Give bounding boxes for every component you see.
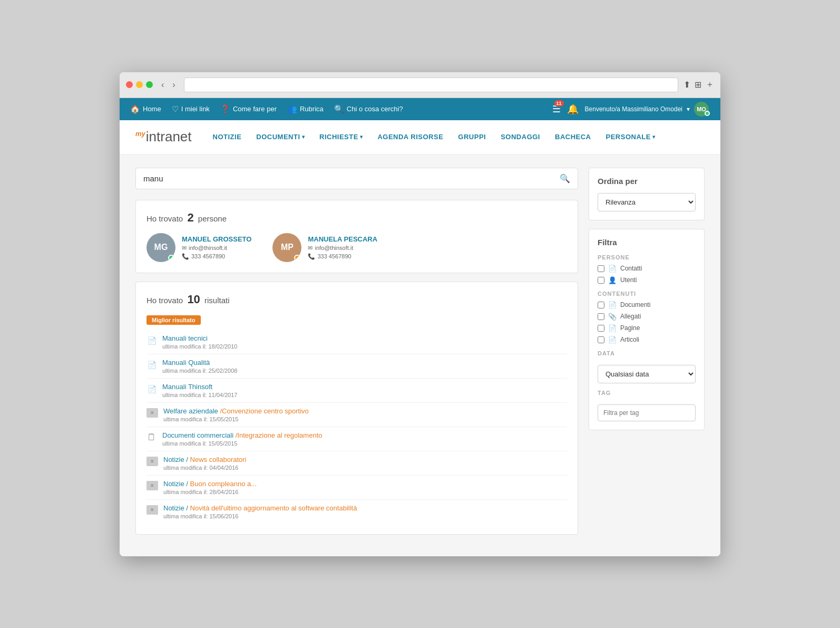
maximize-button[interactable] bbox=[146, 81, 153, 88]
result-date: ultima modifica il: 15/06/2016 bbox=[163, 513, 357, 519]
filter-pagine: 📄 Pagine bbox=[598, 324, 696, 332]
doc-results-header: Ho trovato 10 risultati bbox=[146, 293, 567, 306]
pagine-label: Pagine bbox=[620, 324, 640, 332]
filter-allegati: 📎 Allegati bbox=[598, 313, 696, 321]
nav-rubrica[interactable]: 👥 Rubrica bbox=[287, 104, 324, 114]
doc-count: 10 bbox=[187, 293, 200, 306]
phone-icon: 📞 bbox=[308, 253, 315, 260]
nav-come-fare[interactable]: ❓ Come fare per bbox=[220, 104, 277, 114]
nav-gruppi[interactable]: GRUPPI bbox=[458, 133, 486, 141]
people-results-header: Ho trovato 2 persone bbox=[146, 211, 567, 225]
result-title[interactable]: Notizie / News collaboratori bbox=[163, 456, 247, 463]
filter-utenti: 👤 Utenti bbox=[598, 276, 696, 284]
nav-search-who[interactable]: 🔍 Chi o cosa cerchi? bbox=[334, 104, 403, 114]
nav-agenda[interactable]: AGENDA RISORSE bbox=[377, 133, 443, 141]
notifications-count: 11 bbox=[554, 100, 564, 107]
utenti-icon: 👤 bbox=[608, 276, 617, 284]
notifications-badge[interactable]: ☰ 11 bbox=[552, 103, 561, 115]
nav-bacheca[interactable]: BACHECA bbox=[555, 133, 591, 141]
minimize-button[interactable] bbox=[136, 81, 143, 88]
doc-label: risultati bbox=[204, 296, 230, 305]
chevron-down-icon: ▾ bbox=[652, 134, 656, 140]
nav-miei-link[interactable]: ♡ I miei link bbox=[172, 104, 210, 114]
traffic-lights bbox=[126, 81, 153, 88]
back-button[interactable]: ‹ bbox=[158, 79, 167, 91]
online-status bbox=[705, 111, 710, 116]
address-bar[interactable] bbox=[184, 78, 678, 92]
bell-icon[interactable]: 🔔 bbox=[567, 103, 579, 115]
result-item: 🗒 Documenti commerciali /Integrazione al… bbox=[146, 427, 567, 451]
phone-icon: 📞 bbox=[182, 253, 189, 260]
nav-home[interactable]: 🏠 Home bbox=[130, 104, 161, 114]
person-name[interactable]: MANUEL GROSSETO bbox=[182, 235, 251, 243]
user-menu[interactable]: Benvenuto/a Massimiliano Omodei ▾ MO bbox=[585, 102, 710, 117]
add-button[interactable]: ＋ bbox=[706, 79, 714, 90]
logo: myintranet bbox=[135, 129, 192, 145]
nav-personale[interactable]: PERSONALE ▾ bbox=[606, 133, 656, 141]
contatti-icon: 📄 bbox=[608, 265, 617, 273]
nav-sondaggi[interactable]: SONDAGGI bbox=[501, 133, 540, 141]
search-icon: 🔍 bbox=[560, 174, 570, 183]
forward-button[interactable]: › bbox=[169, 79, 178, 91]
documenti-icon: 📄 bbox=[608, 301, 617, 309]
result-date: ultima modifica il: 11/04/2017 bbox=[162, 392, 237, 398]
people-prefix: Ho trovato bbox=[146, 214, 183, 223]
contatti-label: Contatti bbox=[620, 265, 642, 272]
people-label: persone bbox=[198, 214, 227, 223]
top-nav: 🏠 Home ♡ I miei link ❓ Come fare per 👥 R… bbox=[120, 98, 720, 120]
nav-richieste[interactable]: RICHIESTE ▾ bbox=[319, 133, 363, 141]
doc-icon: 📄 bbox=[146, 384, 157, 394]
allegati-checkbox[interactable] bbox=[598, 313, 604, 320]
persone-section-title: PERSONE bbox=[598, 254, 696, 260]
person-avatar: MP bbox=[272, 233, 301, 262]
person-card: MG MANUEL GROSSETO ✉ info@thinsoft.it 📞 bbox=[146, 233, 251, 262]
logo-intranet: intranet bbox=[146, 129, 192, 144]
top-nav-right: ☰ 11 🔔 Benvenuto/a Massimiliano Omodei ▾… bbox=[552, 102, 710, 117]
search-input[interactable] bbox=[136, 169, 552, 188]
articoli-checkbox[interactable] bbox=[598, 336, 604, 343]
person-email: ✉ info@thinsoft.it bbox=[182, 245, 251, 252]
chevron-down-icon: ▾ bbox=[302, 134, 305, 140]
nav-home-label: Home bbox=[143, 105, 161, 113]
nav-documenti[interactable]: DOCUMENTI ▾ bbox=[256, 133, 305, 141]
result-title[interactable]: Documenti commerciali /Integrazione al r… bbox=[162, 431, 322, 439]
date-select[interactable]: Qualsiasi data Oggi Settimana Mese Anno bbox=[598, 365, 696, 383]
sort-select[interactable]: Rilevanza Data Nome bbox=[598, 193, 696, 211]
nav-notizie[interactable]: NOTIZIE bbox=[213, 133, 242, 141]
result-title[interactable]: Notizie / Buon compleanno a... bbox=[163, 480, 257, 488]
result-date: ultima modifica il: 15/05/2015 bbox=[163, 416, 309, 422]
people-count: 2 bbox=[187, 211, 193, 224]
contacts-icon: 👥 bbox=[287, 104, 297, 114]
allegati-label: Allegati bbox=[620, 313, 641, 320]
result-content: Manuali Qualità ultima modifica il: 25/0… bbox=[162, 359, 237, 374]
result-title[interactable]: Manuali Qualità bbox=[162, 359, 237, 366]
result-title[interactable]: Manuali Thinsoft bbox=[162, 383, 237, 391]
result-content: Manuali Thinsoft ultima modifica il: 11/… bbox=[162, 383, 237, 398]
online-status-indicator bbox=[168, 255, 174, 261]
result-title[interactable]: Notizie / Novità dell'ultimo aggiornamen… bbox=[163, 504, 357, 512]
result-title[interactable]: Welfare aziendale /Convenzione centro sp… bbox=[163, 407, 309, 415]
person-info: MANUELA PESCARA ✉ info@thinsoft.it 📞 333… bbox=[308, 235, 377, 260]
search-button[interactable]: 🔍 bbox=[552, 168, 578, 189]
share-button[interactable]: ⬆ bbox=[683, 79, 690, 90]
utenti-checkbox[interactable] bbox=[598, 277, 604, 284]
tag-input[interactable] bbox=[598, 404, 696, 421]
main-column: 🔍 Ho trovato 2 persone MG bbox=[135, 168, 578, 543]
person-name[interactable]: MANUELA PESCARA bbox=[308, 235, 377, 243]
articoli-label: Articoli bbox=[620, 336, 639, 343]
result-item: ≡ Welfare aziendale /Convenzione centro … bbox=[146, 403, 567, 427]
pagine-checkbox[interactable] bbox=[598, 325, 604, 332]
news-icon: ≡ bbox=[146, 505, 158, 515]
documenti-checkbox[interactable] bbox=[598, 302, 604, 308]
result-date: ultima modifica il: 28/04/2016 bbox=[163, 489, 257, 495]
new-tab-button[interactable]: ⊞ bbox=[695, 79, 701, 90]
chevron-down-icon: ▾ bbox=[360, 134, 363, 140]
result-date: ultima modifica il: 04/04/2016 bbox=[163, 465, 247, 471]
documenti-label: Documenti bbox=[620, 301, 650, 308]
people-results-card: Ho trovato 2 persone MG MANUEL GROSSETO bbox=[135, 200, 578, 273]
filter-contatti: 📄 Contatti bbox=[598, 265, 696, 273]
contatti-checkbox[interactable] bbox=[598, 265, 604, 272]
result-title[interactable]: Manuali tecnici bbox=[162, 334, 237, 342]
result-content: Manuali tecnici ultima modifica il: 18/0… bbox=[162, 334, 237, 350]
close-button[interactable] bbox=[126, 81, 133, 88]
